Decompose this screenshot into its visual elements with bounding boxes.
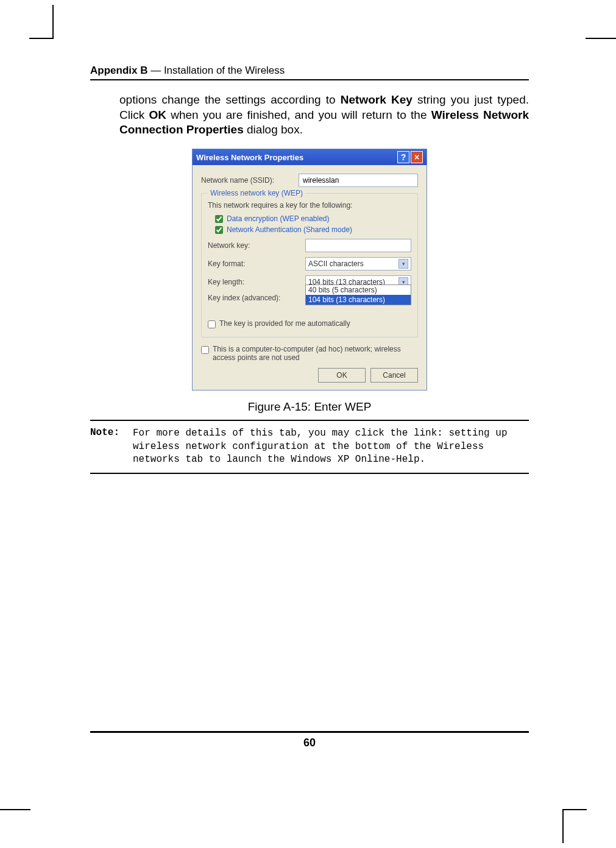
auto-key-label: The key is provided for me automatically — [219, 319, 350, 328]
cancel-button[interactable]: Cancel — [370, 368, 418, 383]
page-header: Appendix B — Installation of the Wireles… — [90, 65, 529, 80]
close-button[interactable]: × — [411, 151, 423, 163]
note-label: Note: — [90, 427, 133, 467]
page-number: 60 — [90, 731, 529, 749]
key-format-label: Key format: — [208, 260, 305, 268]
ok-button[interactable]: OK — [318, 368, 366, 383]
para-pre: options change the settings according to — [119, 93, 341, 106]
dropdown-arrow-icon: ▾ — [398, 259, 408, 269]
wep-legend: Wireless network key (WEP) — [208, 189, 305, 197]
key-index-option-0[interactable]: 40 bits (5 characters) — [306, 285, 411, 295]
auto-key-input[interactable] — [208, 320, 216, 328]
ssid-label: Network name (SSID): — [201, 176, 299, 185]
requires-text: This network requires a key for the foll… — [208, 201, 411, 210]
para-b2: OK — [149, 108, 166, 121]
key-format-value: ASCII characters — [308, 260, 364, 268]
adhoc-checkbox[interactable]: This is a computer-to-computer (ad hoc) … — [201, 345, 418, 362]
divider — [90, 473, 529, 474]
key-length-label: Key length: — [208, 278, 305, 286]
adhoc-input[interactable] — [201, 346, 209, 354]
dialog-title: Wireless Network Properties — [196, 153, 396, 162]
divider — [90, 420, 529, 421]
data-encryption-input[interactable] — [215, 215, 223, 223]
body-paragraph: options change the settings according to… — [119, 93, 529, 138]
ok-label: OK — [336, 371, 347, 380]
wep-fieldset: Wireless network key (WEP) This network … — [201, 193, 418, 337]
dialog-titlebar[interactable]: Wireless Network Properties ? × — [193, 149, 427, 165]
help-button[interactable]: ? — [397, 151, 409, 163]
help-icon: ? — [401, 152, 406, 162]
auto-key-checkbox[interactable]: The key is provided for me automatically — [208, 319, 411, 328]
network-auth-input[interactable] — [215, 226, 223, 234]
close-icon: × — [414, 152, 419, 162]
note-text: For more details of this tab, you may cl… — [133, 427, 529, 467]
adhoc-label: This is a computer-to-computer (ad hoc) … — [213, 345, 418, 362]
network-auth-checkbox[interactable]: Network Authentication (Shared mode) — [215, 225, 411, 234]
network-key-input[interactable] — [305, 239, 411, 252]
network-auth-label: Network Authentication (Shared mode) — [227, 225, 352, 234]
key-index-option-1[interactable]: 104 bits (13 characters) — [306, 295, 411, 305]
header-bold: Appendix B — [90, 65, 147, 76]
data-encryption-checkbox[interactable]: Data encryption (WEP enabled) — [215, 214, 411, 223]
key-index-options[interactable]: 40 bits (5 characters) 104 bits (13 char… — [305, 284, 411, 305]
key-format-select[interactable]: ASCII characters ▾ — [305, 257, 411, 270]
wireless-properties-dialog: Wireless Network Properties ? × Network … — [192, 149, 427, 390]
cancel-label: Cancel — [383, 371, 405, 380]
para-post: dialog box. — [244, 123, 303, 136]
header-rest: — Installation of the Wireless — [147, 65, 285, 76]
para-mid2: when you are finished, and you will retu… — [166, 108, 431, 121]
note-block: Note: For more details of this tab, you … — [90, 427, 529, 467]
network-key-label: Network key: — [208, 241, 305, 250]
key-index-label: Key index (advanced): — [208, 294, 305, 302]
para-b1: Network Key — [341, 93, 412, 106]
data-encryption-label: Data encryption (WEP enabled) — [227, 214, 330, 223]
figure-caption: Figure A-15: Enter WEP — [90, 400, 529, 414]
ssid-input[interactable] — [299, 174, 418, 187]
